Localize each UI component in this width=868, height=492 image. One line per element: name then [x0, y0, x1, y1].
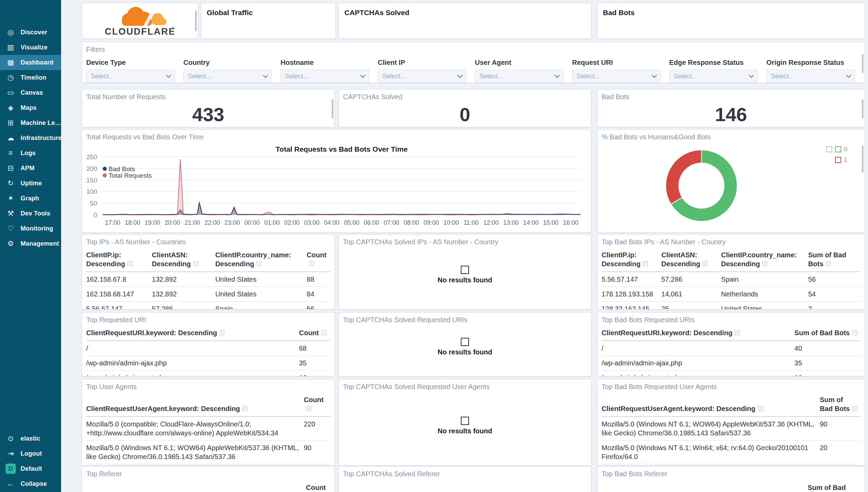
maps-icon: ◈ — [5, 104, 16, 112]
sidebar-item-label: Monitoring — [21, 225, 53, 232]
table-panel-title: Top Bad Bots Referer — [602, 470, 667, 478]
sidebar-item-elastic[interactable]: ⊙elastic — [0, 431, 61, 446]
sort-icon[interactable] — [762, 261, 767, 266]
empty-state: No results found — [339, 338, 591, 356]
sidebar-item-label: Canvas — [21, 89, 43, 96]
sidebar-item-logout[interactable]: ⇥Logout — [0, 446, 61, 461]
sidebar-item-timelion[interactable]: ◷Timelion — [0, 70, 61, 85]
sort-icon[interactable] — [242, 406, 248, 411]
filter-select-device-type[interactable]: Select... — [86, 70, 175, 83]
kibana-dashboard: ◎Discover▥Visualize▦Dashboard◷Timelion▭C… — [0, 0, 868, 492]
tables-row-user-agents: Top User Agents ClientRequestUserAgent.k… — [82, 379, 865, 466]
sort-icon[interactable] — [826, 261, 831, 266]
dashboard-content: CLOUDFLARE Global Traffic CAPTCHAs Solve… — [61, 0, 868, 492]
sidebar-item-dashboard[interactable]: ▦Dashboard — [0, 55, 61, 70]
column-header[interactable]: ClientASN: Descending — [152, 248, 215, 272]
sidebar-item-maps[interactable]: ◈Maps — [0, 100, 61, 115]
x-axis-tick-label: 15:00 — [543, 219, 558, 226]
data-table: ClientRequestUserAgent.keyword: Descendi… — [86, 393, 330, 464]
donut-slice-1[interactable] — [666, 150, 701, 204]
sidebar-item-apm[interactable]: ⊟APM — [0, 161, 61, 176]
sidebar-item-collapse[interactable]: ←Collapse — [0, 476, 61, 491]
y-axis-tick-label: 0 — [93, 211, 97, 219]
top-captchas-ips-panel: Top CAPTCHAs Solved IPs - AS Number - Co… — [339, 234, 591, 309]
panel-scrollbar[interactable] — [195, 11, 197, 31]
sort-icon[interactable] — [735, 330, 740, 335]
sidebar-item-logs[interactable]: ≡Logs — [0, 145, 61, 161]
sort-icon[interactable] — [309, 261, 314, 266]
sidebar-item-label: Dev Tools — [21, 210, 50, 217]
column-header[interactable]: Count — [304, 393, 330, 417]
space-default-badge: D — [5, 464, 16, 474]
filter-origin-response-status: Origin Response StatusSelect... — [766, 59, 864, 83]
sort-icon[interactable] — [193, 261, 198, 266]
legend-swatch-icon[interactable] — [103, 167, 107, 171]
table-row: Mozilla/5.0 (Windows NT 6.1; Win64; x64;… — [602, 441, 860, 464]
filter-select-hostname[interactable]: Select... — [281, 70, 369, 83]
panel-scrollbar[interactable] — [862, 54, 864, 73]
sidebar-item-monitoring[interactable]: ♡Monitoring — [0, 221, 61, 236]
panel-scrollbar[interactable] — [332, 99, 333, 118]
column-header[interactable]: Count — [307, 248, 330, 272]
sort-icon[interactable] — [758, 406, 763, 411]
sidebar-item-infrastructure[interactable]: ☁Infrastructure — [0, 130, 61, 145]
sort-icon[interactable] — [256, 261, 262, 266]
table-panel-title: Top Bad Bots Requested User Agents — [602, 383, 717, 391]
legend-swatch-icon[interactable] — [103, 173, 107, 177]
series-area-total-requests — [103, 159, 581, 215]
sort-icon[interactable] — [306, 406, 311, 411]
sort-icon[interactable] — [643, 261, 648, 266]
panel-scrollbar[interactable] — [862, 145, 864, 173]
column-header[interactable]: ClientIP.country_name: Descending — [721, 248, 808, 272]
filter-select-origin-response-status[interactable]: Select... — [766, 70, 855, 83]
sidebar-item-graph[interactable]: ✶Graph — [0, 191, 61, 206]
sidebar-item-dev-tools[interactable]: ⚒Dev Tools — [0, 206, 61, 221]
column-header[interactable]: Sum of Bad Bots — [808, 248, 860, 272]
donut-legend-item[interactable]: 0 — [823, 145, 847, 153]
column-header[interactable]: ClientRequestURI.keyword: Descending — [86, 326, 299, 341]
sidebar-item-machine-le[interactable]: ⊞Machine Le… — [0, 115, 61, 130]
logout-icon: ⇥ — [5, 449, 16, 458]
column-header[interactable]: ClientRequestURI.keyword: Descending — [602, 326, 795, 341]
filter-select-user-agent[interactable]: Select... — [475, 70, 563, 83]
top-requested-uri-panel: Top Requested URI ClientRequestURI.keywo… — [82, 312, 335, 376]
column-header[interactable]: ClientIP.ip: Descending — [86, 248, 152, 272]
legend-label[interactable]: Total Requests — [108, 172, 152, 179]
sidebar-item-canvas[interactable]: ▭Canvas — [0, 85, 61, 100]
sort-icon[interactable] — [852, 330, 857, 335]
column-header[interactable]: ClientIP.country_name: Descending — [215, 248, 307, 272]
sort-icon[interactable] — [219, 330, 225, 335]
donut-legend-item[interactable]: 1 — [823, 156, 847, 164]
sidebar-item-discover[interactable]: ◎Discover — [0, 25, 61, 40]
table-row: Mozilla/5.0 (Windows NT 6.1; WOW64) Appl… — [86, 441, 330, 464]
sidebar-item-management[interactable]: ⚙Management — [0, 236, 61, 251]
filter-label: Edge Response Status — [669, 59, 766, 67]
filter-select-request-uri[interactable]: Select... — [572, 70, 661, 83]
captchas-title: CAPTCHAs Solved — [339, 3, 591, 17]
sort-icon[interactable] — [321, 330, 327, 335]
filter-select-client-ip[interactable]: Select... — [378, 70, 466, 83]
sidebar-item-label: Default — [21, 465, 42, 472]
sort-icon[interactable] — [852, 406, 857, 411]
filter-select-country[interactable]: Select... — [183, 70, 272, 83]
table-cell: 220 — [304, 417, 330, 441]
column-header[interactable]: ClientRequestUserAgent.keyword: Descendi… — [86, 393, 304, 417]
filter-label: User Agent — [475, 59, 572, 67]
column-header[interactable]: Sum of Bad Bots — [820, 393, 860, 417]
legend-label[interactable]: Bad Bots — [108, 165, 135, 173]
column-header[interactable]: ClientIP.ip: Descending — [602, 248, 661, 272]
table-cell: 128.32.162.145 — [602, 302, 661, 310]
sidebar-item-default[interactable]: DDefault — [0, 461, 61, 476]
column-header[interactable]: ClientRequestUserAgent.keyword: Descendi… — [602, 393, 820, 417]
column-header[interactable]: ClientASN: Descending — [661, 248, 721, 272]
table-row: /68 — [86, 341, 330, 356]
panel-scrollbar[interactable] — [862, 99, 864, 118]
filter-select-edge-response-status[interactable]: Select... — [669, 70, 758, 83]
sort-icon[interactable] — [703, 261, 708, 266]
sidebar-item-uptime[interactable]: ↻Uptime — [0, 176, 61, 191]
x-axis-tick-label: 17:00 — [105, 219, 120, 226]
column-header[interactable]: Count — [299, 326, 330, 341]
sort-icon[interactable] — [127, 261, 133, 266]
sidebar-item-visualize[interactable]: ▥Visualize — [0, 40, 61, 55]
column-header[interactable]: Sum of Bad Bots — [795, 326, 860, 341]
